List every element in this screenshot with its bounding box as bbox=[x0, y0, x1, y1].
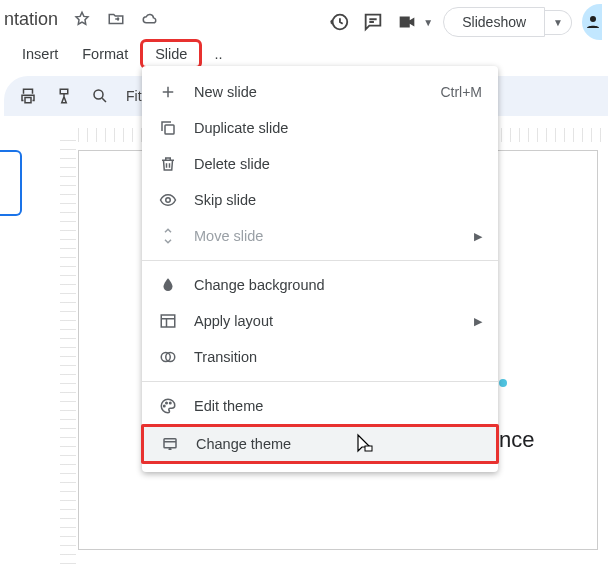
theme-icon bbox=[160, 434, 180, 454]
droplet-icon bbox=[158, 275, 178, 295]
svg-point-8 bbox=[164, 405, 166, 407]
palette-icon bbox=[158, 396, 178, 416]
zoom-icon[interactable] bbox=[90, 86, 110, 106]
menu-transition[interactable]: Transition bbox=[142, 339, 498, 375]
menu-new-slide[interactable]: New slide Ctrl+M bbox=[142, 74, 498, 110]
menu-insert[interactable]: Insert bbox=[10, 40, 70, 68]
menu-duplicate-slide[interactable]: Duplicate slide bbox=[142, 110, 498, 146]
menu-format[interactable]: Format bbox=[70, 40, 140, 68]
vertical-ruler bbox=[60, 140, 76, 568]
menu-change-theme-label: Change theme bbox=[196, 436, 291, 452]
menu-slide[interactable]: Slide bbox=[140, 39, 202, 69]
svg-rect-11 bbox=[164, 439, 176, 448]
menu-skip-label: Skip slide bbox=[194, 192, 256, 208]
menu-move-label: Move slide bbox=[194, 228, 263, 244]
slide-dropdown-menu: New slide Ctrl+M Duplicate slide Delete … bbox=[142, 66, 498, 472]
zoom-label[interactable]: Fit bbox=[126, 88, 142, 104]
menu-more: .. bbox=[202, 40, 234, 68]
star-icon[interactable] bbox=[72, 9, 92, 29]
trash-icon bbox=[158, 154, 178, 174]
dropdown-separator bbox=[142, 260, 498, 261]
slide-placeholder-text[interactable]: nce bbox=[499, 427, 534, 453]
menu-delete-label: Delete slide bbox=[194, 156, 270, 172]
move-icon bbox=[158, 226, 178, 246]
meet-dropdown-icon[interactable]: ▼ bbox=[423, 17, 433, 28]
paint-format-icon[interactable] bbox=[54, 86, 74, 106]
menu-change-background[interactable]: Change background bbox=[142, 267, 498, 303]
menu-background-label: Change background bbox=[194, 277, 325, 293]
slide-thumbnail-1[interactable] bbox=[0, 150, 22, 216]
menu-new-slide-label: New slide bbox=[194, 84, 257, 100]
menu-new-slide-shortcut: Ctrl+M bbox=[440, 84, 482, 100]
svg-point-10 bbox=[170, 402, 172, 404]
doc-title-partial[interactable]: ntation bbox=[4, 9, 58, 30]
slide-bullet bbox=[499, 379, 507, 387]
cloud-status-icon[interactable] bbox=[140, 9, 160, 29]
plus-icon bbox=[158, 82, 178, 102]
comments-icon[interactable] bbox=[361, 10, 385, 34]
menu-transition-label: Transition bbox=[194, 349, 257, 365]
menu-edit-theme-label: Edit theme bbox=[194, 398, 263, 414]
submenu-arrow-icon: ▶ bbox=[474, 315, 482, 328]
menu-delete-slide[interactable]: Delete slide bbox=[142, 146, 498, 182]
layout-icon bbox=[158, 311, 178, 331]
menu-layout-label: Apply layout bbox=[194, 313, 273, 329]
menu-skip-slide[interactable]: Skip slide bbox=[142, 182, 498, 218]
svg-rect-5 bbox=[161, 315, 175, 327]
svg-point-9 bbox=[166, 402, 168, 404]
dropdown-separator bbox=[142, 381, 498, 382]
print-icon[interactable] bbox=[18, 86, 38, 106]
svg-point-4 bbox=[166, 198, 171, 203]
transition-icon bbox=[158, 347, 178, 367]
slideshow-dropdown-button[interactable]: ▼ bbox=[545, 10, 572, 35]
menu-apply-layout[interactable]: Apply layout ▶ bbox=[142, 303, 498, 339]
submenu-arrow-icon: ▶ bbox=[474, 230, 482, 243]
slideshow-button[interactable]: Slideshow bbox=[443, 7, 545, 37]
menu-duplicate-label: Duplicate slide bbox=[194, 120, 288, 136]
menu-move-slide: Move slide ▶ bbox=[142, 218, 498, 254]
svg-point-1 bbox=[590, 16, 596, 22]
move-folder-icon[interactable] bbox=[106, 9, 126, 29]
history-icon[interactable] bbox=[327, 10, 351, 34]
svg-rect-3 bbox=[165, 125, 174, 134]
menu-change-theme[interactable]: Change theme bbox=[141, 424, 499, 464]
eye-icon bbox=[158, 190, 178, 210]
duplicate-icon bbox=[158, 118, 178, 138]
menu-edit-theme[interactable]: Edit theme bbox=[142, 388, 498, 424]
svg-point-2 bbox=[94, 90, 103, 99]
share-button-partial[interactable] bbox=[582, 4, 602, 40]
meet-icon[interactable] bbox=[395, 10, 419, 34]
